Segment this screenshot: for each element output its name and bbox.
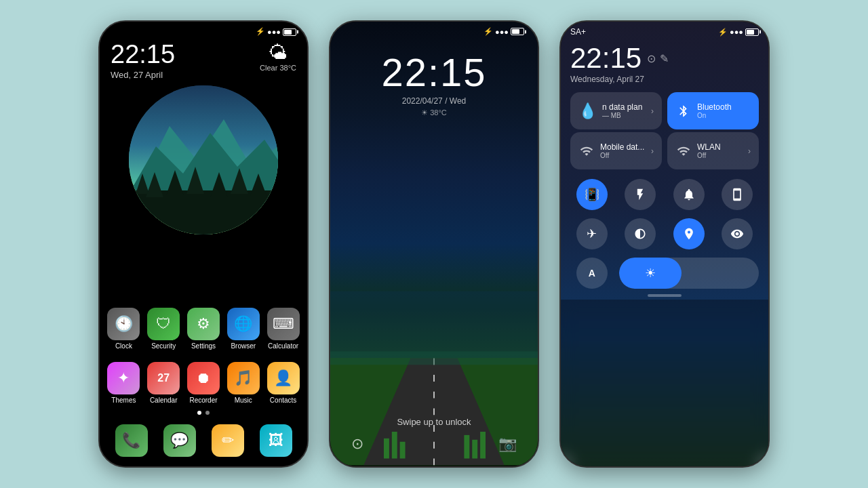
mobile-data-text: Mobile dat... Off <box>600 142 646 159</box>
dock-gallery[interactable]: 🖼 <box>255 424 296 457</box>
browser-label: Browser <box>231 342 256 350</box>
phone3-status-icons: ⚡ ●●● <box>718 28 759 37</box>
tile-wlan[interactable]: WLAN Off › <box>667 132 759 169</box>
brightness-fill: ☀ <box>619 258 682 289</box>
phone2-bottom: Swipe up to unlock ⊙ 📷 <box>330 417 538 453</box>
data-plan-text: n data plan — MB <box>602 102 646 119</box>
mobile-data-sub: Off <box>600 152 646 159</box>
bluetooth-icon: ⚡ <box>256 27 265 36</box>
phone2-clock-area: 22:15 2022/04/27 / Wed ☀ 38°C <box>330 36 538 117</box>
bluetooth-tile-text: Bluetooth On <box>697 102 751 119</box>
data-plan-title: n data plan <box>602 102 646 112</box>
control-tiles-row2: Mobile dat... Off › WLAN Off › <box>561 132 768 172</box>
toggle-eye-comfort[interactable] <box>722 218 753 249</box>
phone1-date: Wed, 27 April <box>111 70 175 80</box>
dock-messages[interactable]: 💬 <box>159 424 200 457</box>
phone1-status-icons: ⚡ ●●● <box>256 27 296 36</box>
dock-phone[interactable]: 📞 <box>111 424 152 457</box>
phone2-bottom-icons: ⊙ 📷 <box>351 435 517 453</box>
music-icon: 🎵 <box>227 362 260 394</box>
camera-lock-icon: 📷 <box>498 435 517 453</box>
settings-icon: ⚙ <box>187 308 220 340</box>
contacts-label: Contacts <box>270 396 296 404</box>
themes-label: Themes <box>111 396 136 404</box>
tile-bluetooth[interactable]: Bluetooth On <box>667 92 759 129</box>
bluetooth-sub: On <box>697 112 751 119</box>
toggle-row-2: ✈ <box>561 216 768 252</box>
toggle-invert[interactable] <box>625 218 656 249</box>
recorder-label: Recorder <box>189 396 217 404</box>
mobile-data-icon <box>578 144 595 158</box>
app-security[interactable]: 🛡 Security <box>146 308 181 350</box>
clock-icon: 🕙 <box>107 308 140 340</box>
blurred-content <box>561 300 768 466</box>
mobile-data-title: Mobile dat... <box>600 142 646 152</box>
toggle-vibrate[interactable]: 📳 <box>576 179 608 210</box>
notes-icon: ✏ <box>212 424 244 457</box>
recorder-icon: ⏺ <box>187 362 220 394</box>
music-label: Music <box>235 396 252 404</box>
app-calendar[interactable]: 27 Calendar <box>146 362 181 404</box>
data-plan-arrow: › <box>651 106 654 116</box>
toggle-flashlight[interactable] <box>625 179 656 210</box>
signal-icon: ●●● <box>267 28 281 36</box>
toggle-screenshot[interactable] <box>722 179 753 210</box>
tile-mobile-data[interactable]: Mobile dat... Off › <box>570 132 662 169</box>
lock-icon: ⊙ <box>351 435 363 453</box>
svg-rect-11 <box>330 291 538 359</box>
battery-icon <box>511 28 524 35</box>
phone1-time-date: 22:15 Wed, 27 April <box>111 41 175 80</box>
wlan-title: WLAN <box>697 142 743 152</box>
themes-icon: ✦ <box>107 362 140 394</box>
app-calculator[interactable]: ⌨ Calculator <box>266 308 300 350</box>
app-recorder[interactable]: ⏺ Recorder <box>186 362 221 404</box>
bt-icon-p3: ⚡ <box>718 28 728 37</box>
battery-wrapper <box>283 28 296 36</box>
wlan-icon <box>675 144 692 158</box>
app-music[interactable]: 🎵 Music <box>226 362 260 404</box>
data-plan-sub: — MB <box>602 112 646 119</box>
calendar-label: Calendar <box>150 396 178 404</box>
app-browser[interactable]: 🌐 Browser <box>226 308 260 350</box>
weather-sun-icon: 🌤 <box>269 41 288 64</box>
tile-data-plan[interactable]: 💧 n data plan — MB › <box>570 92 662 129</box>
dot-1 <box>197 411 201 415</box>
browser-icon: 🌐 <box>227 308 260 340</box>
swipe-unlock-text: Swipe up to unlock <box>397 417 471 427</box>
toggle-row-1: 📳 <box>561 176 768 213</box>
font-size-btn[interactable]: A <box>576 258 608 289</box>
edit-icon: ✎ <box>660 52 669 65</box>
brightness-row: A ☀ <box>561 255 768 291</box>
phone3-control: SA+ ⚡ ●●● 22:15 ⊙ ✎ Wednesday, April 27 … <box>559 20 770 468</box>
phone1-home: ⚡ ●●● 22:15 Wed, 27 April 🌤 Clear 38°C <box>98 20 309 468</box>
wlan-arrow: › <box>748 146 751 156</box>
phone1-header: 22:15 Wed, 27 April 🌤 Clear 38°C <box>100 39 307 85</box>
toggle-notifications[interactable] <box>673 179 705 210</box>
signal-icon: ●●● <box>495 28 509 36</box>
phone-icon: 📞 <box>115 424 148 457</box>
clock-circle-icon: ⊙ <box>647 52 656 65</box>
battery-icon <box>283 28 296 36</box>
phone1-time: 22:15 <box>111 41 175 67</box>
phone2-lock: ⚡ ●●● 22:15 2022/04/27 / Wed ☀ 38°C <box>329 20 539 468</box>
app-themes[interactable]: ✦ Themes <box>106 362 141 404</box>
svg-rect-15 <box>330 352 538 365</box>
toggle-location[interactable] <box>673 218 705 249</box>
app-settings[interactable]: ⚙ Settings <box>186 308 221 350</box>
bluetooth-title: Bluetooth <box>697 102 751 112</box>
brightness-slider[interactable]: ☀ <box>619 258 760 289</box>
phone2-time: 22:15 <box>381 49 486 95</box>
phone3-status-bar: SA+ ⚡ ●●● <box>561 22 768 39</box>
wlan-text: WLAN Off <box>697 142 743 159</box>
calculator-icon: ⌨ <box>267 308 300 340</box>
app-clock[interactable]: 🕙 Clock <box>106 308 141 350</box>
mountain-svg <box>129 85 278 235</box>
app-contacts[interactable]: 👤 Contacts <box>266 362 300 404</box>
phone1-apps-row2: ✦ Themes 27 Calendar ⏺ Recorder 🎵 Music … <box>100 357 307 407</box>
toggle-airplane[interactable]: ✈ <box>576 218 608 249</box>
messages-icon: 💬 <box>163 424 196 457</box>
phone1-wallpaper <box>100 85 307 297</box>
dock-notes[interactable]: ✏ <box>207 424 248 457</box>
weather-text: Clear 38°C <box>260 64 296 72</box>
wlan-sub: Off <box>697 152 743 159</box>
